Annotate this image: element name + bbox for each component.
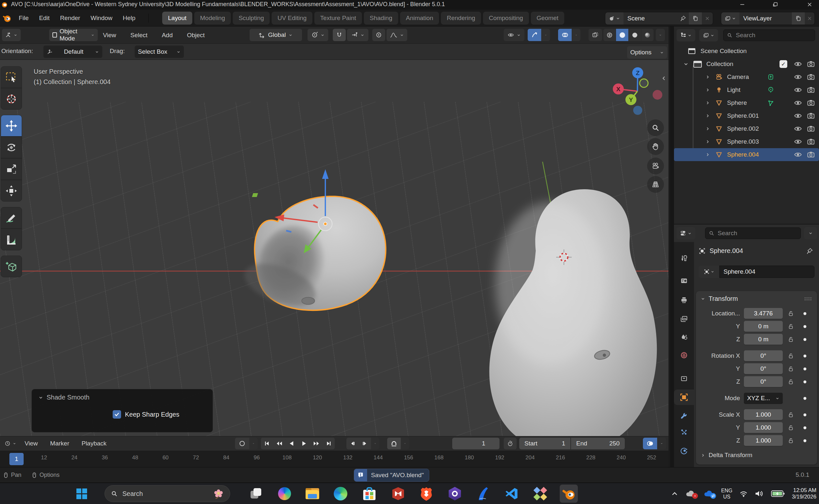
options-button[interactable]: Options <box>627 46 667 59</box>
drag-dropdown[interactable]: Select Box <box>135 46 184 58</box>
animate-dot[interactable] <box>803 397 806 400</box>
outliner-object-row[interactable]: Sphere.004 <box>674 148 819 161</box>
tool-scale[interactable] <box>1 158 22 180</box>
object-visibility-button[interactable] <box>504 29 525 41</box>
pin-icon[interactable] <box>680 15 686 22</box>
render-visibility-icon[interactable] <box>807 60 815 68</box>
breadcrumb[interactable]: Sphere.004 <box>710 247 743 255</box>
nav-axis-x-neg[interactable] <box>653 90 662 100</box>
render-visibility-icon[interactable] <box>807 112 815 120</box>
wireshark-icon[interactable] <box>474 485 493 503</box>
render-visibility-icon[interactable] <box>807 150 815 159</box>
orientation-dropdown[interactable]: Default <box>43 46 102 58</box>
workspace-tab[interactable]: Rendering <box>441 12 481 25</box>
viewlayer-name[interactable]: ViewLayer <box>739 15 792 22</box>
close-button[interactable] <box>802 0 817 9</box>
viewport-menu-item[interactable]: Select <box>130 32 148 39</box>
render-visibility-icon[interactable] <box>807 125 815 133</box>
timeline-overlay-toggle[interactable] <box>643 438 657 449</box>
snap-settings-button[interactable] <box>347 29 368 41</box>
tab-output[interactable] <box>674 292 694 308</box>
use-preview-range-button[interactable] <box>504 438 517 449</box>
outliner-object-row[interactable]: Camera <box>674 71 819 83</box>
render-visibility-icon[interactable] <box>807 86 815 94</box>
hide-eye-icon[interactable] <box>794 60 802 68</box>
mesh-sphere-object[interactable] <box>490 189 657 436</box>
scene-name[interactable]: Scene <box>624 15 680 22</box>
shading-material-button[interactable] <box>629 29 641 41</box>
workspace-tab[interactable]: Layout <box>162 12 192 25</box>
lock-icon[interactable] <box>786 437 796 444</box>
gizmo-dropdown[interactable] <box>542 29 550 41</box>
animate-dot[interactable] <box>803 325 806 328</box>
shading-dropdown[interactable] <box>656 29 665 41</box>
pin-icon[interactable] <box>806 247 813 255</box>
timeline-menu-item[interactable]: Playback <box>82 440 106 447</box>
security-shield-icon[interactable] <box>446 485 464 503</box>
chevron-right-icon[interactable] <box>705 74 710 80</box>
clock[interactable]: 12:05 AM3/19/2026 <box>792 487 816 500</box>
scene-selector[interactable]: Scene <box>605 12 713 25</box>
chevron-right-icon[interactable] <box>701 453 705 458</box>
zoom-button[interactable] <box>647 119 664 136</box>
value-field[interactable]: 0 m <box>744 334 783 345</box>
diamond-app-icon[interactable] <box>531 485 549 503</box>
animate-dot[interactable] <box>803 439 806 442</box>
file-explorer-icon[interactable] <box>303 485 321 503</box>
selected-object-sphere-004[interactable] <box>239 196 385 314</box>
auto-key-toggle[interactable] <box>235 438 249 449</box>
animate-dot[interactable] <box>803 355 806 357</box>
lock-icon[interactable] <box>786 336 796 343</box>
chevron-right-icon[interactable] <box>705 139 710 144</box>
outliner-display-mode-button[interactable] <box>699 29 718 41</box>
tab-render[interactable] <box>674 273 694 289</box>
blender-logo-icon[interactable] <box>3 14 12 23</box>
chevron-right-icon[interactable] <box>705 152 710 157</box>
delta-transform-toggle[interactable]: Delta Transform <box>709 452 752 459</box>
outliner-object-row[interactable]: Sphere <box>674 96 819 109</box>
viewport-menu-item[interactable]: View <box>103 32 116 39</box>
value-field[interactable]: 1.000 <box>744 409 783 420</box>
current-frame-indicator[interactable]: 1 <box>9 453 24 465</box>
end-frame-field[interactable]: End250 <box>571 438 625 449</box>
animate-dot[interactable] <box>803 338 806 341</box>
frame-ruler[interactable]: 1 12243648607284961081201321441561681801… <box>0 451 669 467</box>
hide-eye-icon[interactable] <box>794 150 802 159</box>
workspace-tab[interactable]: Modeling <box>194 12 231 25</box>
render-visibility-icon[interactable] <box>807 73 815 81</box>
microsoft-store-icon[interactable] <box>360 485 378 503</box>
timeline-menu-item[interactable]: Marker <box>50 440 69 447</box>
animate-dot[interactable] <box>803 413 806 416</box>
workspace-tab[interactable]: Geomet <box>531 12 565 25</box>
hide-eye-icon[interactable] <box>794 125 802 133</box>
outliner-object-row[interactable]: Sphere.001 <box>674 109 819 122</box>
panel-title[interactable]: Transform <box>709 295 738 302</box>
start-button[interactable] <box>72 485 91 503</box>
frame-forward-button[interactable] <box>359 438 371 449</box>
animate-dot[interactable] <box>803 426 806 429</box>
value-field[interactable]: 3.4776 <box>744 308 783 319</box>
workspace-tab[interactable]: Shading <box>364 12 398 25</box>
frame-back-button[interactable] <box>346 438 359 449</box>
value-field[interactable]: 0° <box>744 376 783 387</box>
auto-key-dropdown[interactable] <box>249 438 258 449</box>
drag-grip-icon[interactable] <box>804 297 813 301</box>
viewport-menu-item[interactable]: Object <box>187 32 205 39</box>
play-button[interactable] <box>298 438 310 449</box>
current-frame-field[interactable]: 1 <box>452 438 500 449</box>
copilot-icon[interactable] <box>275 485 293 503</box>
timeline-menu-item[interactable]: View <box>25 440 38 447</box>
tab-particles[interactable] <box>674 424 694 440</box>
overlays-dropdown[interactable] <box>572 29 581 41</box>
properties-editor-type-button[interactable] <box>677 227 695 239</box>
nav-axis-y-neg[interactable] <box>640 79 648 87</box>
unlink-scene-button[interactable] <box>702 16 713 21</box>
language-indicator[interactable]: ENGUS <box>721 488 733 500</box>
workspace-tab[interactable]: Texture Paint <box>314 12 362 25</box>
outliner-object-row[interactable]: Sphere.002 <box>674 122 819 135</box>
task-view-button[interactable] <box>247 485 265 503</box>
remove-viewlayer-button[interactable] <box>805 16 814 21</box>
hide-eye-icon[interactable] <box>794 99 802 107</box>
chevron-right-icon[interactable] <box>705 113 710 118</box>
workspace-tab[interactable]: Compositing <box>483 12 529 25</box>
